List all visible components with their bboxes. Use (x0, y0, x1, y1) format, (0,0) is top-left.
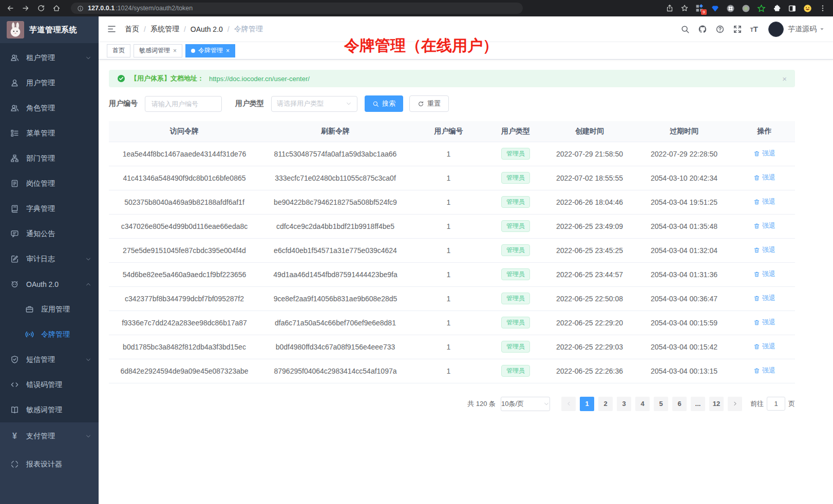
breadcrumb-oauth[interactable]: OAuth 2.0 (191, 25, 223, 33)
page-button-12[interactable]: 12 (709, 397, 724, 411)
success-check-icon (117, 74, 125, 83)
sidebar-item-tenant[interactable]: 租户管理 (0, 45, 99, 70)
puzzle-extension-icon[interactable] (772, 4, 781, 13)
app-logo-row[interactable]: 芋道管理系统 (0, 16, 99, 43)
col-refresh-token: 刷新令牌 (260, 121, 411, 142)
force-logout-button[interactable]: 强退 (753, 294, 775, 303)
search-button[interactable]: 搜索 (365, 95, 403, 112)
user-menu-caret-icon[interactable] (819, 26, 825, 32)
close-alert-icon[interactable]: × (782, 74, 787, 83)
close-tab-icon[interactable]: × (226, 47, 230, 54)
breadcrumb-system[interactable]: 系统管理 (150, 25, 179, 34)
sidebar-item-audit-log[interactable]: 审计日志 (0, 246, 99, 272)
font-size-icon[interactable]: TT (750, 25, 758, 33)
prev-page-button[interactable] (561, 397, 576, 411)
help-icon[interactable] (715, 25, 725, 34)
doc-alert: 【用户体系】文档地址： https://doc.iocoder.cn/user-… (109, 70, 795, 87)
force-logout-button[interactable]: 强退 (753, 149, 775, 158)
user-id-input[interactable] (145, 96, 222, 112)
force-logout-button[interactable]: 强退 (753, 173, 775, 182)
page-button-6[interactable]: 6 (672, 397, 687, 411)
chevron-left-icon (566, 401, 572, 406)
bookmark-star-icon[interactable] (680, 4, 689, 12)
page-button-2[interactable]: 2 (598, 397, 613, 411)
chevron-down-icon (85, 357, 91, 363)
goto-page-input[interactable] (767, 397, 785, 411)
page-button-5[interactable]: 5 (654, 397, 668, 411)
close-tab-icon[interactable]: × (173, 47, 177, 54)
sidebar-item-user[interactable]: 用户管理 (0, 70, 99, 95)
sidebar-item-sensitive-words[interactable]: 敏感词管理 (0, 397, 99, 422)
site-info-icon[interactable] (77, 5, 84, 12)
sidebar-item-notice[interactable]: 通知公告 (0, 221, 99, 246)
sidebar-extension-icon[interactable] (788, 4, 797, 13)
fullscreen-icon[interactable] (733, 25, 742, 34)
page-button-1[interactable]: 1 (580, 397, 594, 411)
extensions-grid-icon[interactable]: 9 (695, 4, 704, 13)
doc-link[interactable]: https://doc.iocoder.cn/user-center/ (209, 75, 310, 83)
tab-token-management[interactable]: 令牌管理 × (185, 44, 235, 57)
annotation-text: 令牌管理（在线用户） (344, 37, 498, 54)
force-logout-button[interactable]: 强退 (753, 318, 775, 327)
browser-forward-icon[interactable] (22, 4, 30, 12)
browser-chrome: 127.0.0.1:1024/system/oauth2/token 9 (0, 0, 833, 16)
github-icon[interactable] (698, 25, 707, 34)
user-type-badge: 管理员 (501, 268, 530, 281)
token-table: 访问令牌 刷新令牌 用户编号 用户类型 创建时间 过期时间 操作 1ea5e44… (109, 121, 795, 383)
url-host: 127.0.0.1 (88, 5, 115, 12)
tab-home[interactable]: 首页 (107, 44, 130, 57)
sidebar-item-role[interactable]: 角色管理 (0, 95, 99, 121)
sidebar-item-pay[interactable]: ¥ 支付管理 (0, 423, 99, 449)
more-pages-button[interactable]: ... (691, 397, 705, 411)
table-row: 6d842e2924594de9a09e45e087323abe 8796295… (109, 359, 795, 383)
sidebar-item-dict[interactable]: 字典管理 (0, 196, 99, 221)
url-path: :1024/system/oauth2/token (116, 5, 193, 12)
user-type-select[interactable]: 请选择用户类型 (271, 96, 357, 112)
gem-extension-icon[interactable] (711, 4, 720, 13)
next-page-button[interactable] (728, 397, 742, 411)
tab-sensitive-words[interactable]: 敏感词管理 × (134, 44, 182, 57)
table-row: c347026e805e4d99b0d116eae66eda8c cdfc4ce… (109, 214, 795, 238)
force-logout-button[interactable]: 强退 (753, 342, 775, 351)
page-button-3[interactable]: 3 (617, 397, 631, 411)
force-logout-button[interactable]: 强退 (753, 366, 775, 375)
user-name[interactable]: 芋道源码 (788, 25, 817, 34)
force-logout-button[interactable]: 强退 (753, 197, 775, 206)
collapse-sidebar-icon[interactable] (107, 24, 117, 34)
force-logout-button[interactable]: 强退 (753, 269, 775, 279)
sidebar-item-oauth-token[interactable]: 令牌管理 (0, 322, 99, 347)
browser-menu-icon[interactable] (819, 4, 827, 12)
command-extension-icon[interactable] (726, 4, 735, 13)
star-extension-icon[interactable] (757, 4, 766, 13)
sidebar-item-oauth-app[interactable]: 应用管理 (0, 297, 99, 322)
force-logout-button[interactable]: 强退 (753, 245, 775, 255)
user-avatar[interactable] (768, 22, 784, 37)
sidebar-item-sms[interactable]: 短信管理 (0, 347, 99, 372)
search-icon[interactable] (680, 25, 690, 34)
token-signal-icon (25, 330, 34, 339)
sidebar-item-report-designer[interactable]: 报表设计器 (0, 452, 99, 477)
sidebar-item-oauth[interactable]: OAuth 2.0 (0, 272, 99, 297)
share-icon[interactable] (666, 4, 674, 12)
page-size-select[interactable]: 10条/页 (501, 397, 550, 411)
breadcrumb-home[interactable]: 首页 (125, 25, 139, 34)
browser-home-icon[interactable] (52, 4, 61, 12)
sidebar-item-post[interactable]: 岗位管理 (0, 171, 99, 196)
app-frame: 芋道管理系统 租户管理 用户管理 角色管理 菜单管理 部门管理 (0, 16, 833, 504)
sidebar-item-dept[interactable]: 部门管理 (0, 146, 99, 171)
reset-button[interactable]: 重置 (409, 95, 449, 112)
profile-emoji-icon[interactable] (803, 4, 812, 13)
goto-label: 前往 (750, 399, 764, 409)
address-bar[interactable]: 127.0.0.1:1024/system/oauth2/token (71, 3, 523, 14)
chevron-down-icon (346, 101, 352, 107)
force-logout-button[interactable]: 强退 (753, 221, 775, 230)
menu-tree-icon (10, 129, 19, 138)
dot-extension-icon[interactable] (742, 4, 750, 13)
col-expires: 过期时间 (634, 121, 734, 142)
sidebar-item-error-code[interactable]: 错误码管理 (0, 372, 99, 397)
browser-reload-icon[interactable] (37, 4, 45, 12)
browser-back-icon[interactable] (6, 4, 14, 12)
col-actions: 操作 (734, 121, 795, 142)
sidebar-item-menu[interactable]: 菜单管理 (0, 121, 99, 146)
page-button-4[interactable]: 4 (635, 397, 650, 411)
